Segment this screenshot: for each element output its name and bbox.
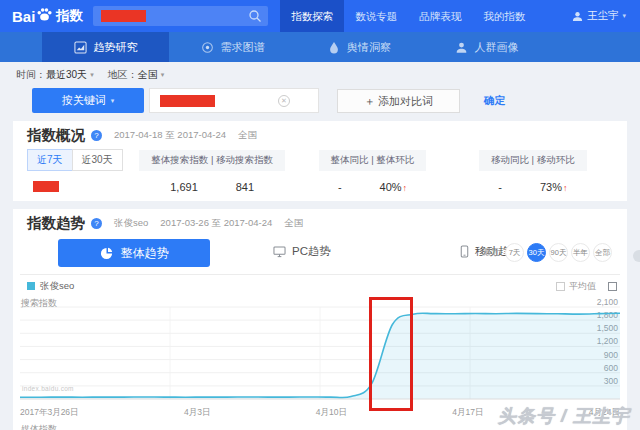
redacted-keyword-cell <box>33 181 59 192</box>
baidu-index-page: Bai 指数 指数探索 数说专题 品牌表现 我的指数 王尘宇 ▾ 趋势研究 需求… <box>0 0 640 430</box>
search-icon[interactable] <box>248 9 262 23</box>
col-header-mobile-ratio: 移动同比 | 移动环比 <box>479 150 587 171</box>
floating-widget[interactable] <box>633 250 640 262</box>
x-axis-tick: 4月17日 <box>452 407 483 418</box>
overview-header-row: 近7天 近30天 整体搜索指数 | 移动搜索指数 整体同比 | 整体环比 移动同… <box>27 149 613 171</box>
checkbox-icon[interactable] <box>556 282 565 291</box>
add-compare-button[interactable]: ＋ 添加对比词 <box>337 89 460 113</box>
tab-overall-trend[interactable]: 整体趋势 <box>58 239 210 267</box>
help-icon[interactable]: ? <box>91 130 102 141</box>
col-header-overall-ratio: 整体同比 | 整体环比 <box>319 150 427 171</box>
trend-keyword: 张俊seo <box>114 217 148 230</box>
subnav-sentiment-insight[interactable]: 舆情洞察 <box>296 32 423 62</box>
redacted-query <box>101 10 146 22</box>
legend-label: 张俊seo <box>40 280 74 293</box>
x-axis-tick: 4月3日 <box>184 407 210 418</box>
page-watermark: 头条号 / 王尘宇 <box>498 404 630 428</box>
search-input[interactable] <box>93 6 268 26</box>
chart-legend-row: 张俊seo 平均值 <box>20 275 620 295</box>
overall-yoy-value: - <box>338 181 342 193</box>
overview-region: 全国 <box>238 129 257 142</box>
time-value-dropdown[interactable]: 最近30天 <box>46 68 87 82</box>
region-value-dropdown[interactable]: 全国 <box>138 68 158 82</box>
svg-text:2,100: 2,100 <box>597 297 619 307</box>
site-watermark: index.baidu.com <box>22 385 74 392</box>
y-axis-label: 搜索指数 <box>21 297 57 310</box>
pie-chart-icon <box>100 247 113 260</box>
trend-date-range: 2017-03-26 至 2017-04-24 <box>160 217 272 230</box>
subnav-audience-profile[interactable]: 人群画像 <box>423 32 550 62</box>
logo-text: Bai <box>12 8 35 25</box>
by-keyword-button[interactable]: 按关键词 ▾ <box>32 88 144 113</box>
mobile-yoy-value: - <box>498 181 502 193</box>
top-header: Bai 指数 指数探索 数说专题 品牌表现 我的指数 王尘宇 ▾ <box>0 0 640 32</box>
target-icon <box>201 41 214 54</box>
trend-tabs-row: 整体趋势 PC趋势 移动趋势 最近 7天 30天 90天 半年 全部 <box>20 239 620 267</box>
baidu-index-logo[interactable]: Bai 指数 <box>12 6 83 27</box>
overview-title-row: 指数概况 ? 2017-04-18 至 2017-04-24 全国 <box>27 127 613 143</box>
chevron-down-icon: ▾ <box>622 12 626 20</box>
range-half-year[interactable]: 半年 <box>571 243 590 262</box>
keyword-row: 按关键词 ▾ ✕ ＋ 添加对比词 确定 <box>16 88 624 113</box>
user-name: 王尘宇 <box>587 9 619 23</box>
paw-icon <box>36 6 53 27</box>
user-icon <box>572 11 583 22</box>
nav-item-index-explore[interactable]: 指数探索 <box>280 0 344 32</box>
keyword-input[interactable]: ✕ <box>149 88 319 113</box>
tab-last-7-days[interactable]: 近7天 <box>27 149 73 171</box>
confirm-button[interactable]: 确定 <box>484 94 505 108</box>
trend-region: 全国 <box>284 217 303 230</box>
mobile-search-value: 841 <box>236 181 254 193</box>
chevron-down-icon: ▾ <box>111 97 115 105</box>
index-overview-card: 指数概况 ? 2017-04-18 至 2017-04-24 全国 近7天 近3… <box>13 121 627 201</box>
mobile-qoq-value: 73%↑ <box>540 181 568 193</box>
top-navigation: 指数探索 数说专题 品牌表现 我的指数 <box>280 0 536 32</box>
x-axis-tick: 4月10日 <box>316 407 347 418</box>
logo-suffix: 指数 <box>56 7 83 25</box>
time-range-selector: 最近 7天 30天 90天 半年 全部 <box>483 243 612 262</box>
section-title: 指数概况 <box>27 126 85 145</box>
range-prefix: 最近 <box>483 247 500 259</box>
line-chart-canvas[interactable]: 3006009001,2001,5001,8002,100 <box>20 295 620 403</box>
average-toggle[interactable]: 平均值 <box>556 280 613 293</box>
tab-last-30-days[interactable]: 近30天 <box>72 149 123 171</box>
subnav-demand-graph[interactable]: 需求图谱 <box>169 32 296 62</box>
droplet-icon <box>328 41 340 54</box>
overall-search-value: 1,691 <box>170 181 198 193</box>
overview-tabs: 近7天 近30天 <box>27 149 132 171</box>
user-menu[interactable]: 王尘宇 ▾ <box>572 9 626 23</box>
up-arrow-icon: ↑ <box>403 183 408 193</box>
tab-label: 整体趋势 <box>121 245 169 262</box>
clipped-control[interactable] <box>608 282 617 291</box>
filter-summary-row: 时间： 最近30天 ▾ 地区： 全国 ▾ <box>16 68 624 81</box>
nav-item-my-index[interactable]: 我的指数 <box>472 0 536 32</box>
overall-qoq-value: 40%↑ <box>380 181 408 193</box>
search-index-values: 1,691 841 <box>132 181 292 193</box>
range-30d[interactable]: 30天 <box>527 243 546 262</box>
range-90d[interactable]: 90天 <box>549 243 568 262</box>
trend-chart: 搜索指数 3006009001,2001,5001,8002,100 index… <box>20 295 620 405</box>
subnav-label: 人群画像 <box>475 40 519 55</box>
help-icon[interactable]: ? <box>91 218 102 229</box>
phone-icon <box>460 245 469 258</box>
trend-title-row: 指数趋势 ? 张俊seo 2017-03-26 至 2017-04-24 全国 <box>20 215 620 231</box>
subnav-label: 舆情洞察 <box>347 40 391 55</box>
range-all[interactable]: 全部 <box>593 243 612 262</box>
spike-highlight-annotation <box>369 297 413 411</box>
clear-input-icon[interactable]: ✕ <box>278 95 290 107</box>
mobile-ratio-values: - 73%↑ <box>453 181 613 193</box>
chevron-down-icon: ▾ <box>90 71 94 79</box>
overall-ratio-values: - 40%↑ <box>292 181 452 193</box>
region-label: 地区： <box>108 68 138 82</box>
index-trend-card: 指数趋势 ? 张俊seo 2017-03-26 至 2017-04-24 全国 … <box>13 209 627 430</box>
tab-pc-trend[interactable]: PC趋势 <box>273 244 331 259</box>
time-label: 时间： <box>16 68 46 82</box>
nav-item-brand[interactable]: 品牌表现 <box>408 0 472 32</box>
subnav-trend-research[interactable]: 趋势研究 <box>42 32 169 62</box>
nav-item-topics[interactable]: 数说专题 <box>344 0 408 32</box>
people-icon <box>455 41 468 54</box>
trend-chart-icon <box>74 41 87 54</box>
redacted-keyword <box>160 95 215 107</box>
col-header-search-index: 整体搜索指数 | 移动搜索指数 <box>139 150 285 171</box>
range-7d[interactable]: 7天 <box>505 243 524 262</box>
